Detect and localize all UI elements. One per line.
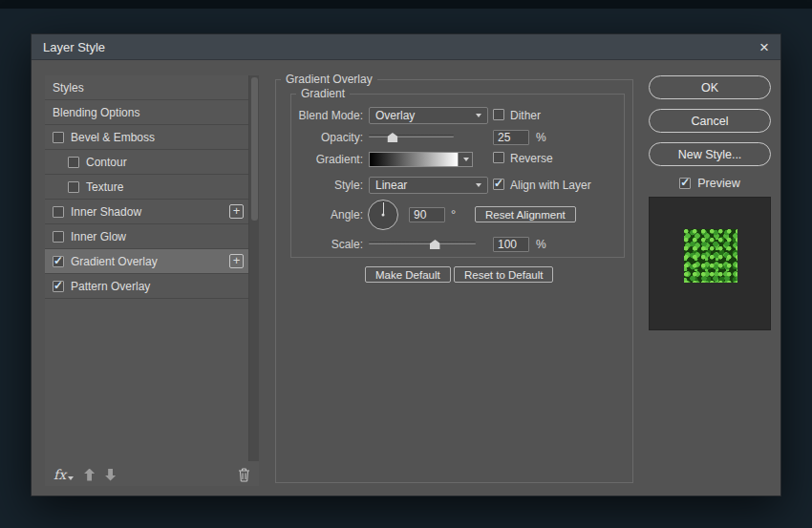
angle-dial[interactable]	[368, 200, 398, 230]
gradient-swatch[interactable]	[369, 152, 459, 167]
styles-list-item-contour[interactable]: Contour	[45, 150, 248, 175]
caret-down-icon	[68, 476, 74, 480]
delete-effect-button[interactable]	[238, 468, 250, 482]
style-enabled-checkbox[interactable]	[53, 132, 64, 143]
style-enabled-checkbox[interactable]	[68, 157, 79, 168]
styles-list-item-inner-glow[interactable]: Inner Glow	[45, 224, 248, 249]
preview-label: Preview	[697, 177, 739, 190]
reverse-label: Reverse	[510, 152, 553, 165]
opacity-label: Opacity:	[291, 131, 363, 144]
preview-thumbnail	[649, 197, 771, 330]
ok-button[interactable]: OK	[649, 75, 771, 99]
style-value: Linear	[375, 179, 407, 192]
blend-mode-select[interactable]: Overlay	[369, 107, 488, 124]
move-effect-up-button[interactable]	[84, 469, 95, 481]
style-label: Style:	[291, 179, 363, 192]
style-item-label: Contour	[86, 156, 127, 169]
styles-list-item-pattern-overlay[interactable]: Pattern Overlay	[45, 274, 248, 299]
dialog-title: Layer Style	[43, 40, 105, 54]
style-enabled-checkbox[interactable]	[53, 281, 64, 292]
scale-slider[interactable]	[369, 239, 476, 248]
style-item-label: Inner Shadow	[71, 205, 141, 219]
preview-row: Preview	[649, 176, 771, 191]
blend-mode-value: Overlay	[375, 109, 415, 122]
make-default-button[interactable]: Make Default	[365, 266, 451, 283]
dither-checkbox[interactable]	[493, 109, 504, 120]
style-enabled-checkbox[interactable]	[53, 206, 64, 218]
gradient-label: Gradient:	[291, 153, 363, 166]
styles-list-item-gradient-overlay[interactable]: Gradient Overlay+	[45, 249, 248, 274]
style-select[interactable]: Linear	[369, 177, 488, 194]
angle-input[interactable]	[409, 207, 445, 222]
opacity-slider[interactable]	[369, 132, 454, 141]
group-title: Gradient	[296, 87, 350, 101]
gradient-picker-arrow[interactable]	[459, 152, 473, 167]
styles-list-item-blending-options[interactable]: Blending Options	[45, 100, 248, 125]
style-enabled-checkbox[interactable]	[53, 231, 64, 243]
section-title: Gradient Overlay	[281, 73, 377, 87]
reset-alignment-button[interactable]: Reset Alignment	[475, 206, 576, 222]
style-item-label: Inner Glow	[71, 230, 126, 243]
opacity-slider-track[interactable]	[369, 135, 454, 137]
gradient-overlay-section: Gradient Overlay Gradient Blend Mode: Ov…	[275, 79, 633, 483]
gradient-group: Gradient Blend Mode: Overlay Dither Opac…	[290, 94, 625, 258]
styles-scrollbar[interactable]	[248, 75, 259, 461]
style-item-label: Texture	[86, 180, 123, 194]
dialog-titlebar[interactable]: Layer Style ×	[32, 34, 780, 60]
styles-list-item-styles[interactable]: Styles	[45, 75, 248, 100]
add-effect-button[interactable]: +	[229, 254, 244, 268]
fx-icon: fx	[53, 468, 66, 481]
layer-style-dialog: Layer Style × StylesBlending OptionsBeve…	[31, 33, 781, 496]
app-top-bar	[0, 0, 812, 9]
scale-unit: %	[536, 238, 546, 251]
preview-checkbox[interactable]	[679, 178, 691, 189]
desktop-background: Layer Style × StylesBlending OptionsBeve…	[0, 0, 812, 528]
style-item-label: Styles	[53, 81, 84, 95]
align-with-layer-checkbox[interactable]	[493, 179, 504, 190]
move-effect-down-button[interactable]	[105, 469, 116, 481]
scale-slider-track[interactable]	[369, 242, 476, 244]
styles-list: StylesBlending OptionsBevel & EmbossCont…	[45, 75, 248, 461]
chevron-down-icon	[476, 183, 481, 187]
style-enabled-checkbox[interactable]	[68, 181, 79, 193]
style-enabled-checkbox[interactable]	[53, 256, 64, 267]
align-with-layer-label: Align with Layer	[510, 179, 591, 192]
styles-list-item-bevel-emboss[interactable]: Bevel & Emboss	[45, 125, 248, 150]
styles-list-item-texture[interactable]: Texture	[45, 175, 248, 200]
opacity-unit: %	[536, 131, 546, 144]
chevron-down-icon	[476, 114, 481, 117]
angle-unit: °	[451, 207, 456, 222]
trash-icon	[238, 468, 250, 482]
close-icon[interactable]: ×	[759, 39, 769, 55]
scale-input[interactable]	[493, 237, 529, 252]
fx-menu-button[interactable]: fx	[53, 468, 74, 481]
styles-panel: StylesBlending OptionsBevel & EmbossCont…	[45, 75, 259, 486]
styles-list-item-inner-shadow[interactable]: Inner Shadow+	[45, 200, 248, 224]
style-item-label: Bevel & Emboss	[71, 131, 155, 144]
angle-label: Angle:	[291, 208, 363, 222]
scrollbar-thumb[interactable]	[251, 77, 258, 221]
style-item-label: Pattern Overlay	[71, 280, 150, 293]
cancel-button[interactable]: Cancel	[649, 109, 771, 133]
gradient-control[interactable]	[369, 152, 473, 167]
dither-label: Dither	[510, 109, 541, 122]
blend-mode-label: Blend Mode:	[291, 109, 363, 122]
reverse-checkbox[interactable]	[493, 152, 504, 163]
angle-dial-center	[382, 214, 385, 217]
new-style-button[interactable]: New Style...	[649, 142, 771, 166]
reset-to-default-button[interactable]: Reset to Default	[454, 266, 553, 283]
style-item-label: Gradient Overlay	[71, 255, 158, 268]
chevron-down-icon	[463, 158, 469, 161]
add-effect-button[interactable]: +	[229, 204, 244, 219]
opacity-input[interactable]	[493, 130, 529, 145]
styles-panel-footer: fx	[45, 463, 259, 486]
style-item-label: Blending Options	[53, 106, 139, 119]
scale-label: Scale:	[291, 238, 363, 251]
preview-image	[684, 229, 737, 283]
